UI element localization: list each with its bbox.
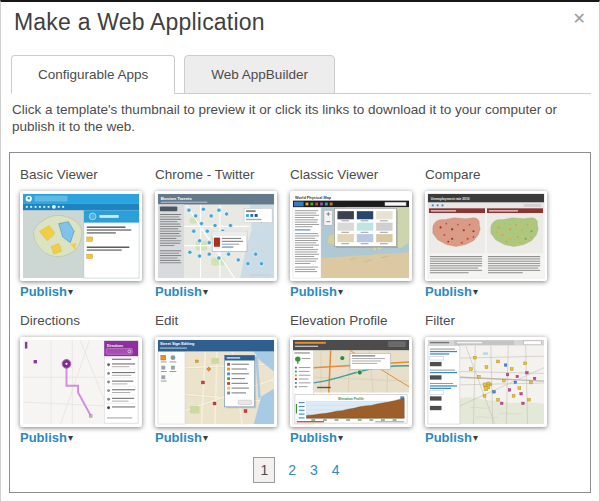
filter-thumbnail-image	[427, 339, 545, 425]
template-card-classic-viewer: Classic Viewer World Physical Map	[290, 165, 425, 299]
thumb-app-title: World Physical Map	[295, 196, 332, 200]
publish-caret-icon: ▾	[338, 286, 343, 297]
close-icon[interactable]: ✕	[573, 11, 586, 27]
template-name: Compare	[425, 165, 560, 185]
filter-thumbnail[interactable]	[425, 337, 547, 427]
publish-caret-icon: ▾	[68, 286, 73, 297]
template-name: Directions	[20, 311, 155, 331]
publish-link-chrome-twitter[interactable]: Publish▾	[155, 284, 290, 299]
classic-viewer-thumbnail-image: World Physical Map	[292, 193, 410, 279]
template-name: Chrome - Twitter	[155, 165, 290, 185]
template-name: Filter	[425, 311, 560, 331]
publish-link-elevation-profile[interactable]: Publish▾	[290, 430, 425, 445]
publish-caret-icon: ▾	[68, 432, 73, 443]
templates-panel: Basic Viewer	[9, 152, 591, 493]
thumb-app-title: Directions	[107, 344, 123, 348]
publish-caret-icon: ▾	[203, 432, 208, 443]
page-1-current[interactable]: 1	[253, 457, 275, 483]
publish-link-basic-viewer[interactable]: Publish▾	[20, 284, 155, 299]
template-card-filter: Filter	[425, 311, 560, 445]
dialog-title: Make a Web Application	[14, 9, 265, 36]
compare-thumbnail[interactable]: Unemployment rate 2010	[425, 191, 547, 281]
compare-thumbnail-image: Unemployment rate 2010	[427, 193, 545, 279]
edit-thumbnail-image: Street Sign Editing	[157, 339, 275, 425]
publish-caret-icon: ▾	[473, 286, 478, 297]
template-card-directions: Directions Directions	[20, 311, 155, 445]
template-card-chrome-twitter: Chrome - Twitter	[155, 165, 290, 299]
page-3-link[interactable]: 3	[310, 462, 318, 478]
elevation-profile-thumbnail-image: Elevation Profile	[292, 339, 410, 425]
pagination: 1234	[10, 457, 590, 483]
template-card-elevation-profile: Elevation Profile	[290, 311, 425, 445]
template-name: Basic Viewer	[20, 165, 155, 185]
template-name: Elevation Profile	[290, 311, 425, 331]
make-web-application-dialog: Make a Web Application ✕ Configurable Ap…	[0, 0, 600, 502]
chrome-twitter-thumbnail[interactable]: Boston Tweets	[155, 191, 277, 281]
thumb-app-title: Boston Tweets	[161, 196, 193, 201]
publish-caret-icon: ▾	[338, 432, 343, 443]
tab-web-appbuilder[interactable]: Web AppBuilder	[184, 55, 335, 94]
thumb-chart-title: Elevation Profile	[338, 397, 364, 401]
page-4-link[interactable]: 4	[332, 462, 340, 478]
publish-caret-icon: ▾	[203, 286, 208, 297]
thumb-app-title: Street Sign Editing	[160, 342, 195, 346]
tab-bar: Configurable Apps Web AppBuilder	[11, 54, 591, 94]
basic-viewer-thumbnail[interactable]	[20, 191, 142, 281]
publish-link-classic-viewer[interactable]: Publish▾	[290, 284, 425, 299]
chrome-twitter-thumbnail-image: Boston Tweets	[157, 193, 275, 279]
instructions-text: Click a template's thumbnail to preview …	[12, 101, 590, 135]
directions-thumbnail[interactable]: Directions	[20, 337, 142, 427]
template-card-basic-viewer: Basic Viewer	[20, 165, 155, 299]
tab-configurable-apps[interactable]: Configurable Apps	[11, 55, 175, 94]
page-2-link[interactable]: 2	[288, 462, 296, 478]
template-card-compare: Compare Unemployment rate 2010	[425, 165, 560, 299]
thumb-app-title: Unemployment rate 2010	[431, 197, 470, 201]
template-name: Edit	[155, 311, 290, 331]
basic-viewer-thumbnail-image	[22, 193, 140, 279]
classic-viewer-thumbnail[interactable]: World Physical Map	[290, 191, 412, 281]
template-name: Classic Viewer	[290, 165, 425, 185]
publish-link-edit[interactable]: Publish▾	[155, 430, 290, 445]
elevation-profile-thumbnail[interactable]: Elevation Profile	[290, 337, 412, 427]
publish-link-compare[interactable]: Publish▾	[425, 284, 560, 299]
edit-thumbnail[interactable]: Street Sign Editing	[155, 337, 277, 427]
publish-caret-icon: ▾	[473, 432, 478, 443]
template-card-edit: Edit	[155, 311, 290, 445]
publish-link-filter[interactable]: Publish▾	[425, 430, 560, 445]
publish-link-directions[interactable]: Publish▾	[20, 430, 155, 445]
templates-grid: Basic Viewer	[20, 165, 560, 445]
directions-thumbnail-image: Directions	[22, 339, 140, 425]
